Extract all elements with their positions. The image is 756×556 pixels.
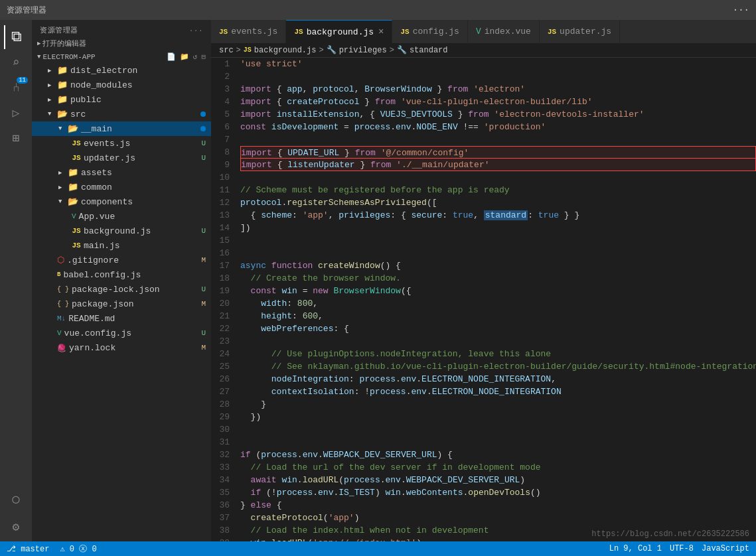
list-item[interactable]: ▶ 📁 common: [32, 180, 211, 194]
item-label: components: [81, 197, 133, 207]
list-item[interactable]: ⬡ .gitignore M: [32, 253, 211, 267]
tab-config-js[interactable]: JS config.js: [392, 20, 467, 43]
list-item[interactable]: ▶ 📁 dist_electron: [32, 63, 211, 78]
badge-m: M: [201, 256, 206, 264]
list-item[interactable]: B babel.config.js: [32, 267, 211, 282]
new-folder-icon[interactable]: 📁: [180, 52, 189, 61]
project-section[interactable]: ▼ ELECTROM-APP 📄 📁 ↺ ⊟: [32, 50, 211, 63]
folder-icon: 📁: [57, 80, 68, 90]
open-editors-section[interactable]: ▶ 打开的编辑器: [32, 36, 211, 50]
encoding-status: UTF-8: [670, 544, 694, 553]
babel-file-icon: B: [57, 271, 60, 278]
js-file-icon: JS: [72, 139, 81, 147]
list-item[interactable]: 🧶 yarn.lock M: [32, 340, 211, 355]
badge-u: U: [201, 285, 206, 293]
breadcrumb-src[interactable]: src: [219, 46, 234, 55]
breadcrumb-func-icon2: 🔧: [397, 45, 407, 55]
list-item[interactable]: JS events.js U: [32, 136, 211, 151]
code-text[interactable]: 'use strict' import { app, protocol, Bro…: [235, 58, 756, 541]
account-activity-icon[interactable]: ◯: [4, 487, 28, 511]
arrow-right-icon: ▶: [37, 40, 40, 47]
item-label: public: [70, 95, 102, 105]
line-col-status: Ln 9, Col 1: [609, 544, 662, 553]
arrow-down-icon: ▼: [58, 198, 68, 205]
list-item[interactable]: { } package.json M: [32, 297, 211, 311]
arrow-right-icon: ▶: [48, 67, 57, 74]
tabs-bar: JS events.js JS background.js × JS confi…: [211, 20, 756, 43]
breadcrumb-js-icon: JS: [244, 46, 252, 54]
tab-updater-js[interactable]: JS updater.js: [540, 20, 620, 43]
js-file-icon: JS: [72, 242, 81, 249]
breadcrumb-func-icon: 🔧: [327, 45, 337, 55]
search-activity-icon[interactable]: ⌕: [4, 50, 28, 74]
settings-activity-icon[interactable]: ⚙: [4, 515, 28, 539]
watermark: https://blog.csdn.net/c2635222586: [591, 529, 749, 539]
collapse-icon[interactable]: ⊟: [201, 52, 206, 61]
vue-tab-icon: V: [476, 27, 481, 36]
arrow-down-icon: ▼: [58, 125, 68, 132]
errors-status[interactable]: ⚠ 0 ⓧ 0: [60, 543, 96, 555]
file-tree: ▶ 📁 dist_electron ▶ 📁 node_modules ▶ 📁: [32, 63, 211, 541]
extensions-activity-icon[interactable]: ⊞: [4, 126, 28, 150]
list-item[interactable]: ▼ 📂 components: [32, 194, 211, 209]
folder-icon: 📁: [57, 94, 68, 105]
list-item[interactable]: JS background.js U: [32, 224, 211, 238]
item-label: main.js: [84, 241, 120, 251]
item-label: updater.js: [84, 153, 201, 163]
tab-events-js[interactable]: JS events.js: [211, 20, 286, 43]
item-label: App.vue: [79, 212, 115, 222]
list-item[interactable]: JS updater.js U: [32, 151, 211, 165]
explorer-activity-icon[interactable]: ⧉: [4, 25, 28, 49]
close-tab-icon[interactable]: ×: [378, 27, 384, 37]
list-item[interactable]: JS main.js: [32, 238, 211, 253]
item-label: background.js: [84, 226, 201, 236]
tab-background-js[interactable]: JS background.js ×: [286, 20, 392, 43]
title-bar-more[interactable]: ···: [733, 5, 749, 15]
js-tab-icon: JS: [219, 28, 228, 36]
list-item[interactable]: ▼ 📂 __main: [32, 121, 211, 136]
list-item[interactable]: V vue.config.js U: [32, 326, 211, 340]
js-tab-icon: JS: [400, 28, 409, 36]
item-label: src: [70, 109, 200, 119]
refresh-icon[interactable]: ↺: [193, 52, 198, 61]
vue-file-icon: V: [72, 212, 76, 220]
breadcrumb-file[interactable]: background.js: [254, 46, 317, 55]
tab-label: updater.js: [560, 27, 611, 36]
tab-index-vue[interactable]: V index.vue: [468, 20, 540, 43]
arrow-right-icon: ▶: [48, 96, 57, 104]
line-numbers: 1234567 891011121314151617181920 2122232…: [211, 58, 235, 541]
js-tab-icon: JS: [294, 28, 303, 36]
js-tab-icon: JS: [548, 28, 556, 36]
list-item[interactable]: { } package-lock.json U: [32, 282, 211, 297]
json-file-icon: { }: [57, 286, 69, 293]
yarn-file-icon: 🧶: [57, 344, 66, 352]
list-item[interactable]: ▶ 📁 node_modules: [32, 78, 211, 92]
debug-activity-icon[interactable]: ▷: [4, 101, 28, 125]
item-label: .gitignore: [67, 255, 201, 265]
item-label: common: [81, 182, 112, 192]
arrow-down-icon: ▼: [37, 54, 40, 60]
code-editor[interactable]: 1234567 891011121314151617181920 2122232…: [211, 58, 756, 541]
list-item[interactable]: ▶ 📁 public: [32, 92, 211, 107]
sidebar-more-icon[interactable]: ···: [189, 27, 203, 35]
list-item[interactable]: M↓ README.md: [32, 311, 211, 326]
breadcrumb-standard[interactable]: standard: [410, 46, 448, 55]
item-label: assets: [81, 168, 112, 178]
source-control-activity-icon[interactable]: ⑃ 11: [4, 76, 28, 100]
badge-u: U: [201, 227, 206, 235]
badge-u: U: [201, 329, 206, 337]
git-branch-status[interactable]: ⎇ master: [7, 544, 49, 554]
item-label: node_modules: [70, 80, 133, 90]
breadcrumb-privileges[interactable]: privileges: [339, 46, 387, 55]
list-item[interactable]: ▶ 📁 assets: [32, 165, 211, 180]
status-bar: ⎇ master ⚠ 0 ⓧ 0 Ln 9, Col 1 UTF-8 JavaS…: [0, 541, 756, 556]
tab-label: index.vue: [485, 27, 531, 36]
list-item[interactable]: V App.vue: [32, 209, 211, 224]
arrow-down-icon: ▼: [48, 111, 57, 117]
badge-u: U: [201, 154, 206, 162]
js-file-icon: JS: [72, 227, 81, 235]
list-item[interactable]: ▼ 📂 src: [32, 107, 211, 121]
new-file-icon[interactable]: 📄: [167, 52, 176, 61]
breadcrumb: src > JS background.js > 🔧 privileges > …: [211, 43, 756, 58]
folder-icon: 📁: [68, 182, 78, 192]
